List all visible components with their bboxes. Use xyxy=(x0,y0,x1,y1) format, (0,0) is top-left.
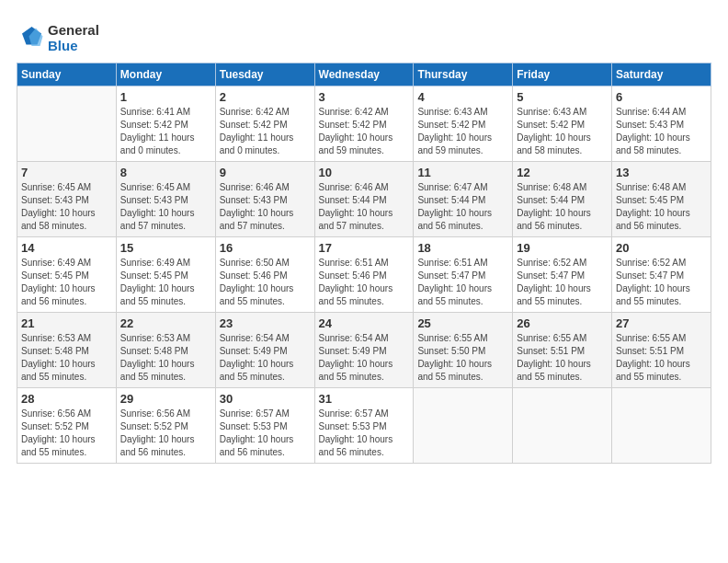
day-info: Sunrise: 6:47 AM Sunset: 5:44 PM Dayligh… xyxy=(417,181,508,233)
col-header-saturday: Saturday xyxy=(612,63,711,86)
day-number: 2 xyxy=(220,90,311,104)
calendar-cell: 31Sunrise: 6:57 AM Sunset: 5:53 PM Dayli… xyxy=(314,388,414,464)
day-number: 17 xyxy=(319,241,410,255)
day-number: 10 xyxy=(319,166,410,179)
calendar-cell: 22Sunrise: 6:53 AM Sunset: 5:48 PM Dayli… xyxy=(116,313,215,388)
day-info: Sunrise: 6:44 AM Sunset: 5:43 PM Dayligh… xyxy=(616,106,707,157)
day-info: Sunrise: 6:43 AM Sunset: 5:42 PM Dayligh… xyxy=(417,106,508,157)
calendar-cell: 18Sunrise: 6:51 AM Sunset: 5:47 PM Dayli… xyxy=(414,237,513,313)
day-info: Sunrise: 6:57 AM Sunset: 5:53 PM Dayligh… xyxy=(220,408,311,459)
calendar-cell: 24Sunrise: 6:54 AM Sunset: 5:49 PM Dayli… xyxy=(314,313,414,388)
calendar-cell: 26Sunrise: 6:55 AM Sunset: 5:51 PM Dayli… xyxy=(513,313,612,388)
calendar-cell xyxy=(513,388,612,464)
day-number: 15 xyxy=(120,241,211,255)
day-number: 6 xyxy=(616,90,707,104)
day-number: 25 xyxy=(417,316,508,330)
day-number: 11 xyxy=(417,166,508,179)
logo: General Blue xyxy=(17,22,99,53)
day-info: Sunrise: 6:49 AM Sunset: 5:45 PM Dayligh… xyxy=(21,257,112,308)
day-number: 27 xyxy=(616,316,707,330)
calendar-cell: 2Sunrise: 6:42 AM Sunset: 5:42 PM Daylig… xyxy=(215,86,314,162)
day-info: Sunrise: 6:42 AM Sunset: 5:42 PM Dayligh… xyxy=(220,106,311,157)
col-header-friday: Friday xyxy=(513,63,612,86)
day-info: Sunrise: 6:54 AM Sunset: 5:49 PM Dayligh… xyxy=(319,332,410,384)
day-info: Sunrise: 6:51 AM Sunset: 5:47 PM Dayligh… xyxy=(417,257,508,308)
col-header-sunday: Sunday xyxy=(17,63,117,86)
calendar-cell: 14Sunrise: 6:49 AM Sunset: 5:45 PM Dayli… xyxy=(17,237,117,313)
day-info: Sunrise: 6:52 AM Sunset: 5:47 PM Dayligh… xyxy=(616,257,707,308)
day-number: 9 xyxy=(220,166,311,179)
calendar-cell: 5Sunrise: 6:43 AM Sunset: 5:42 PM Daylig… xyxy=(513,86,612,162)
week-row-3: 14Sunrise: 6:49 AM Sunset: 5:45 PM Dayli… xyxy=(17,237,711,313)
week-row-4: 21Sunrise: 6:53 AM Sunset: 5:48 PM Dayli… xyxy=(17,313,711,388)
day-info: Sunrise: 6:45 AM Sunset: 5:43 PM Dayligh… xyxy=(21,181,112,233)
calendar-cell: 29Sunrise: 6:56 AM Sunset: 5:52 PM Dayli… xyxy=(116,388,215,464)
col-header-thursday: Thursday xyxy=(414,63,513,86)
day-info: Sunrise: 6:51 AM Sunset: 5:46 PM Dayligh… xyxy=(319,257,410,308)
calendar-cell: 12Sunrise: 6:48 AM Sunset: 5:44 PM Dayli… xyxy=(513,162,612,237)
day-number: 26 xyxy=(517,316,608,330)
calendar-cell: 20Sunrise: 6:52 AM Sunset: 5:47 PM Dayli… xyxy=(612,237,711,313)
calendar-cell: 9Sunrise: 6:46 AM Sunset: 5:43 PM Daylig… xyxy=(215,162,314,237)
day-number: 31 xyxy=(319,392,410,406)
calendar-cell xyxy=(17,86,117,162)
day-info: Sunrise: 6:41 AM Sunset: 5:42 PM Dayligh… xyxy=(120,106,211,157)
calendar-cell: 30Sunrise: 6:57 AM Sunset: 5:53 PM Dayli… xyxy=(215,388,314,464)
day-info: Sunrise: 6:46 AM Sunset: 5:44 PM Dayligh… xyxy=(319,181,410,233)
page: General Blue SundayMondayTuesdayWednesda… xyxy=(0,0,728,563)
day-info: Sunrise: 6:43 AM Sunset: 5:42 PM Dayligh… xyxy=(517,106,608,157)
day-number: 14 xyxy=(21,241,112,255)
day-number: 22 xyxy=(120,316,211,330)
day-number: 18 xyxy=(417,241,508,255)
day-info: Sunrise: 6:55 AM Sunset: 5:50 PM Dayligh… xyxy=(417,332,508,384)
week-row-1: 1Sunrise: 6:41 AM Sunset: 5:42 PM Daylig… xyxy=(17,86,711,162)
day-number: 21 xyxy=(21,316,112,330)
calendar-cell: 15Sunrise: 6:49 AM Sunset: 5:45 PM Dayli… xyxy=(116,237,215,313)
day-info: Sunrise: 6:55 AM Sunset: 5:51 PM Dayligh… xyxy=(517,332,608,384)
week-row-2: 7Sunrise: 6:45 AM Sunset: 5:43 PM Daylig… xyxy=(17,162,711,237)
day-number: 5 xyxy=(517,90,608,104)
week-row-5: 28Sunrise: 6:56 AM Sunset: 5:52 PM Dayli… xyxy=(17,388,711,464)
day-info: Sunrise: 6:54 AM Sunset: 5:49 PM Dayligh… xyxy=(220,332,311,384)
day-number: 19 xyxy=(517,241,608,255)
logo-icon xyxy=(17,24,44,52)
calendar-cell: 8Sunrise: 6:45 AM Sunset: 5:43 PM Daylig… xyxy=(116,162,215,237)
calendar-cell xyxy=(414,388,513,464)
day-number: 7 xyxy=(21,166,112,179)
day-number: 30 xyxy=(220,392,311,406)
day-number: 12 xyxy=(517,166,608,179)
col-header-monday: Monday xyxy=(116,63,215,86)
header: General Blue xyxy=(17,17,711,53)
day-info: Sunrise: 6:56 AM Sunset: 5:52 PM Dayligh… xyxy=(21,408,112,459)
day-info: Sunrise: 6:45 AM Sunset: 5:43 PM Dayligh… xyxy=(120,181,211,233)
day-number: 24 xyxy=(319,316,410,330)
col-header-wednesday: Wednesday xyxy=(314,63,414,86)
day-info: Sunrise: 6:42 AM Sunset: 5:42 PM Dayligh… xyxy=(319,106,410,157)
calendar-cell: 16Sunrise: 6:50 AM Sunset: 5:46 PM Dayli… xyxy=(215,237,314,313)
calendar-cell: 13Sunrise: 6:48 AM Sunset: 5:45 PM Dayli… xyxy=(612,162,711,237)
day-number: 8 xyxy=(120,166,211,179)
day-info: Sunrise: 6:53 AM Sunset: 5:48 PM Dayligh… xyxy=(21,332,112,384)
day-number: 29 xyxy=(120,392,211,406)
calendar-cell: 1Sunrise: 6:41 AM Sunset: 5:42 PM Daylig… xyxy=(116,86,215,162)
calendar-cell: 6Sunrise: 6:44 AM Sunset: 5:43 PM Daylig… xyxy=(612,86,711,162)
day-info: Sunrise: 6:48 AM Sunset: 5:45 PM Dayligh… xyxy=(616,181,707,233)
calendar-cell: 3Sunrise: 6:42 AM Sunset: 5:42 PM Daylig… xyxy=(314,86,414,162)
day-number: 13 xyxy=(616,166,707,179)
day-info: Sunrise: 6:52 AM Sunset: 5:47 PM Dayligh… xyxy=(517,257,608,308)
day-number: 28 xyxy=(21,392,112,406)
calendar-header-row: SundayMondayTuesdayWednesdayThursdayFrid… xyxy=(17,63,711,86)
calendar: SundayMondayTuesdayWednesdayThursdayFrid… xyxy=(17,63,711,464)
day-info: Sunrise: 6:55 AM Sunset: 5:51 PM Dayligh… xyxy=(616,332,707,384)
day-info: Sunrise: 6:53 AM Sunset: 5:48 PM Dayligh… xyxy=(120,332,211,384)
day-number: 20 xyxy=(616,241,707,255)
calendar-cell: 21Sunrise: 6:53 AM Sunset: 5:48 PM Dayli… xyxy=(17,313,117,388)
day-number: 1 xyxy=(120,90,211,104)
calendar-cell: 10Sunrise: 6:46 AM Sunset: 5:44 PM Dayli… xyxy=(314,162,414,237)
day-info: Sunrise: 6:57 AM Sunset: 5:53 PM Dayligh… xyxy=(319,408,410,459)
day-number: 16 xyxy=(220,241,311,255)
day-info: Sunrise: 6:48 AM Sunset: 5:44 PM Dayligh… xyxy=(517,181,608,233)
logo-text: General Blue xyxy=(48,22,99,53)
day-number: 23 xyxy=(220,316,311,330)
calendar-cell: 23Sunrise: 6:54 AM Sunset: 5:49 PM Dayli… xyxy=(215,313,314,388)
